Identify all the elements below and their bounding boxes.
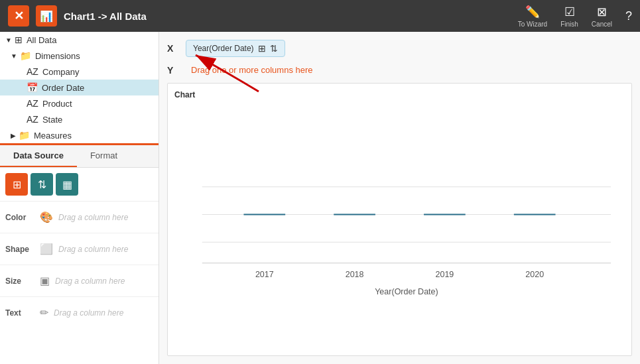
tree-dimensions[interactable]: ▼ 📁 Dimensions (0, 48, 159, 64)
to-wizard-button[interactable]: ✏️ To Wizard (518, 5, 547, 28)
tree-item-company[interactable]: AZ Company (0, 64, 159, 80)
page-title: Chart1 -> All Data (64, 11, 511, 22)
finish-button[interactable]: ☑ Finish (560, 5, 578, 28)
header-actions: ✏️ To Wizard ☑ Finish ⊠ Cancel ? (518, 5, 632, 28)
measures-label: Measures (34, 131, 72, 141)
cancel-icon: ⊠ (597, 5, 607, 19)
shape-label: Shape (5, 245, 40, 254)
tree-measures[interactable]: ▶ 📁 Measures (0, 127, 159, 143)
tree-item-order-date[interactable]: 📅 Order Date (0, 80, 159, 95)
x-axis-edit-icon[interactable]: ⊞ (258, 43, 266, 54)
table-icon: ⊞ (15, 34, 23, 45)
az-icon-2: AZ (27, 98, 38, 109)
svg-text:2017: 2017 (255, 270, 274, 279)
text-placeholder: Drag a column here (54, 308, 123, 318)
x-axis-pill[interactable]: Year(Order Date) ⊞ ⇅ (186, 40, 285, 57)
cancel-button[interactable]: ⊠ Cancel (592, 5, 612, 28)
chart-svg: 2017 2018 2019 2020 Year(Order Date) (174, 102, 625, 341)
finish-label: Finish (560, 21, 578, 28)
shelf-size: Size ▣ Drag a column here (0, 265, 159, 296)
shelf-color: Color 🎨 Drag a column here (0, 201, 159, 233)
color-icon: 🎨 (40, 211, 53, 223)
shelf-text: Text ✏ Drag a column here (0, 296, 159, 328)
size-icon: ▣ (40, 274, 50, 287)
svg-text:2020: 2020 (525, 270, 544, 279)
product-label: Product (42, 99, 72, 109)
sidebar-tabs: Data Source Format (0, 145, 159, 168)
app-logo[interactable]: ✕ (8, 5, 29, 27)
chart-container: Chart 2017 2018 2019 2020 Year(O (167, 83, 632, 356)
shelf-toolbar: ⊞ ⇅ ▦ (0, 168, 159, 201)
measures-folder-icon: 📁 (19, 130, 30, 141)
shelf-btn-bar[interactable]: ⊞ (5, 173, 28, 196)
tree-item-state[interactable]: AZ State (0, 111, 159, 127)
chart-title: Chart (174, 90, 625, 99)
x-axis-row: X Year(Order Date) ⊞ ⇅ (167, 40, 632, 57)
shelf-area: ⊞ ⇅ ▦ Color 🎨 Drag a column here Shape ⬜… (0, 168, 159, 364)
tree-item-product[interactable]: AZ Product (0, 95, 159, 111)
svg-text:2018: 2018 (346, 270, 364, 279)
chart-icon[interactable]: 📊 (36, 5, 57, 27)
company-label: Company (42, 67, 80, 77)
wizard-icon: ✏️ (525, 5, 540, 19)
shelf-shape: Shape ⬜ Drag a column here (0, 233, 159, 265)
tab-data-source[interactable]: Data Source (0, 145, 77, 167)
text-label: Text (5, 308, 40, 318)
help-button[interactable]: ? (625, 9, 632, 23)
dimensions-label: Dimensions (35, 51, 80, 61)
finish-icon: ☑ (564, 5, 575, 19)
shelf-btn-sort[interactable]: ⇅ (31, 173, 53, 196)
az-icon-3: AZ (27, 114, 38, 125)
tree-root[interactable]: ▼ ⊞ All Data (0, 32, 159, 48)
x-axis-value: Year(Order Date) (193, 44, 254, 53)
main-layout: ▼ ⊞ All Data ▼ 📁 Dimensions AZ Company 📅… (0, 32, 640, 364)
shape-placeholder: Drag a column here (58, 245, 128, 254)
color-placeholder: Drag a column here (58, 213, 128, 222)
expand-measures-icon: ▶ (11, 132, 16, 139)
expand-dimensions-icon: ▼ (11, 52, 17, 60)
cancel-label: Cancel (592, 21, 612, 28)
wizard-label: To Wizard (518, 21, 547, 28)
color-label: Color (5, 213, 40, 222)
calendar-icon: 📅 (27, 82, 38, 93)
header: ✕ 📊 Chart1 -> All Data ✏️ To Wizard ☑ Fi… (0, 0, 640, 32)
size-placeholder: Drag a column here (55, 276, 125, 286)
sidebar: ▼ ⊞ All Data ▼ 📁 Dimensions AZ Company 📅… (0, 32, 159, 364)
sidebar-bottom: Data Source Format ⊞ ⇅ ▦ Color 🎨 Drag a … (0, 143, 159, 364)
state-label: State (42, 115, 62, 125)
data-tree: ▼ ⊞ All Data ▼ 📁 Dimensions AZ Company 📅… (0, 32, 159, 143)
folder-icon: 📁 (20, 50, 31, 61)
size-label: Size (5, 276, 40, 286)
svg-text:Year(Order Date): Year(Order Date) (375, 287, 438, 296)
tree-root-label: All Data (27, 35, 57, 45)
order-date-label: Order Date (42, 83, 84, 93)
svg-text:2019: 2019 (435, 270, 454, 279)
tab-format[interactable]: Format (77, 145, 131, 167)
y-axis-label: Y (167, 65, 180, 76)
x-axis-label: X (167, 43, 180, 54)
help-icon: ? (625, 9, 632, 23)
shelf-btn-filter[interactable]: ▦ (56, 173, 78, 196)
x-axis-sort-icon[interactable]: ⇅ (270, 43, 278, 54)
content-area: X Year(Order Date) ⊞ ⇅ Y Drag one or mor… (159, 32, 640, 364)
shape-icon: ⬜ (40, 243, 53, 255)
expand-icon: ▼ (5, 36, 12, 44)
y-axis-row: Y Drag one or more columns here (167, 62, 632, 78)
y-axis-placeholder: Drag one or more columns here (186, 62, 318, 78)
text-icon: ✏ (40, 306, 48, 319)
az-icon: AZ (27, 66, 38, 77)
